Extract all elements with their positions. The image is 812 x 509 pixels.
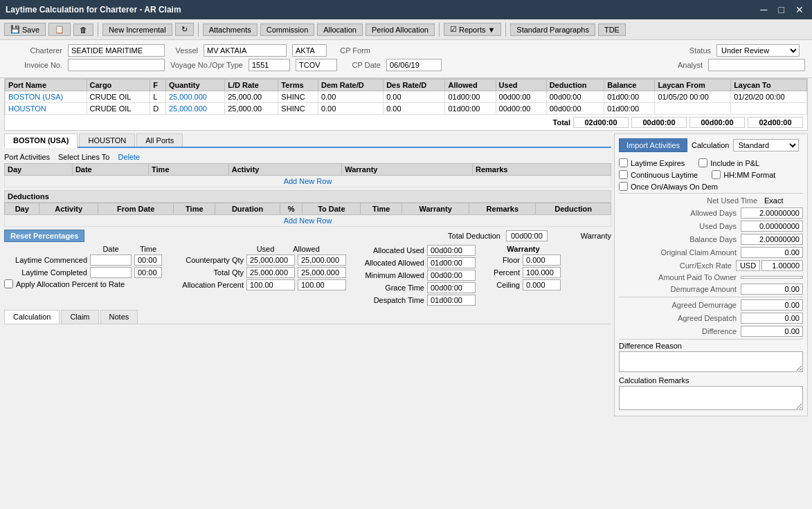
quantity-boston-link[interactable]: 25,000.000 bbox=[169, 93, 207, 101]
delete-label[interactable]: Delete bbox=[118, 153, 140, 161]
section-divider-3 bbox=[619, 339, 803, 340]
ded-col-activity: Activity bbox=[39, 203, 98, 215]
counterparty-qty-row: Counterparty Qty bbox=[168, 254, 346, 266]
reset-percentages-button[interactable]: Reset Percentages bbox=[4, 230, 84, 242]
invoice-no-input[interactable] bbox=[68, 59, 165, 71]
ceiling-input[interactable] bbox=[523, 279, 561, 290]
amount-paid-label: Amount Paid To Owner bbox=[619, 273, 741, 281]
calculation-remarks-input[interactable] bbox=[619, 386, 803, 410]
once-on-always-checkbox[interactable] bbox=[619, 182, 628, 191]
allocation-percent-allowed[interactable] bbox=[298, 279, 346, 290]
continuous-laytime-checkbox[interactable] bbox=[619, 170, 628, 179]
title-bar: Laytime Calculation for Charterer - AR C… bbox=[0, 0, 812, 19]
counterparty-qty-allowed[interactable] bbox=[298, 254, 346, 266]
laytime-completed-date[interactable] bbox=[90, 267, 132, 278]
hhmm-format-checkbox[interactable] bbox=[712, 170, 721, 179]
period-allocation-button[interactable]: Period Allocation bbox=[366, 24, 435, 36]
tab-boston[interactable]: BOSTON (USA) bbox=[4, 133, 78, 148]
port-boston-link[interactable]: BOSTON (USA) bbox=[8, 93, 63, 101]
copy-button[interactable]: 📋 bbox=[48, 23, 71, 36]
refresh-icon: ↻ bbox=[181, 25, 188, 34]
ded-col-remarks: Remarks bbox=[469, 203, 536, 215]
curr-exch-rate-inputs: USD 1.00000 bbox=[736, 260, 803, 271]
reports-button[interactable]: ☑ Reports ▼ bbox=[444, 23, 501, 36]
add-new-deduction-label[interactable]: Add New Row bbox=[5, 215, 611, 227]
counterparty-qty-used[interactable] bbox=[246, 254, 295, 266]
port-houston-link[interactable]: HOUSTON bbox=[8, 104, 46, 113]
voyage-no-input[interactable] bbox=[249, 59, 290, 71]
deductions-header: Deductions bbox=[4, 190, 611, 203]
agreed-despatch-value: 0.00 bbox=[741, 313, 803, 324]
col-dem-rate: Dem Rate/D bbox=[318, 80, 383, 91]
tab-houston[interactable]: HOUSTON bbox=[79, 133, 135, 147]
quantity-houston-link[interactable]: 25,000.000 bbox=[169, 104, 207, 113]
cp-date-input[interactable] bbox=[386, 59, 442, 71]
vessel-input[interactable] bbox=[204, 44, 287, 57]
allocated-used-input[interactable] bbox=[427, 245, 476, 256]
total-qty-allowed[interactable] bbox=[298, 267, 346, 278]
ceiling-label: Ceiling bbox=[482, 281, 520, 289]
charterer-input[interactable] bbox=[68, 44, 165, 57]
voyage-type-input[interactable] bbox=[296, 59, 337, 71]
allowed-col-label: Allowed bbox=[287, 245, 325, 253]
maximize-button[interactable]: □ bbox=[776, 4, 787, 15]
floor-input[interactable] bbox=[523, 254, 561, 266]
despatch-time-label: Despatch Time bbox=[352, 296, 424, 304]
allocation-button[interactable]: Allocation bbox=[317, 24, 363, 36]
save-button[interactable]: 💾 Save bbox=[4, 23, 46, 36]
table-row[interactable]: HOUSTON CRUDE OIL D 25,000.000 25,000.00… bbox=[6, 103, 807, 115]
allocation-percent-used[interactable] bbox=[246, 279, 295, 290]
add-new-row-label[interactable]: Add New Row bbox=[5, 176, 611, 187]
standard-paragraphs-button[interactable]: Standard Paragraphs bbox=[510, 24, 595, 36]
allowed-days-row: Allowed Days 2.00000000 bbox=[619, 207, 803, 219]
laytime-completed-time[interactable] bbox=[134, 267, 162, 278]
attachments-button[interactable]: Attachments bbox=[203, 24, 258, 36]
warranty-label: Warranty bbox=[581, 232, 611, 240]
despatch-time-input[interactable] bbox=[427, 295, 476, 306]
difference-reason-input[interactable] bbox=[619, 351, 803, 372]
refresh-button[interactable]: ↻ bbox=[175, 23, 194, 36]
total-qty-row: Total Qty bbox=[168, 267, 346, 278]
laytime-commenced-time[interactable] bbox=[134, 254, 162, 266]
tab-notes[interactable]: Notes bbox=[100, 310, 138, 324]
laytime-expires-checkbox[interactable] bbox=[619, 158, 628, 167]
col-cargo: Cargo bbox=[87, 80, 150, 91]
grace-time-input[interactable] bbox=[427, 282, 476, 293]
calculation-select[interactable]: Standard Non-Standard bbox=[733, 139, 799, 151]
status-select[interactable]: Under Review Approved Pending bbox=[716, 44, 800, 57]
total-qty-used[interactable] bbox=[246, 267, 295, 278]
add-new-row-deductions[interactable]: Add New Row bbox=[5, 215, 611, 227]
delete-button[interactable]: 🗑 bbox=[73, 24, 93, 36]
port-activities-header: Port Activities Select Lines To Delete bbox=[4, 151, 611, 163]
include-in-pl-row: Include in P&L bbox=[698, 158, 759, 167]
tde-button[interactable]: TDE bbox=[598, 24, 626, 36]
vessel-code-input[interactable] bbox=[292, 44, 327, 57]
table-row[interactable]: BOSTON (USA) CRUDE OIL L 25,000.000 25,0… bbox=[6, 91, 807, 103]
tab-calculation[interactable]: Calculation bbox=[4, 310, 60, 324]
analyst-input[interactable] bbox=[708, 59, 805, 71]
laytime-commenced-date[interactable] bbox=[90, 254, 132, 266]
tab-claim[interactable]: Claim bbox=[61, 310, 98, 324]
include-in-pl-checkbox[interactable] bbox=[698, 158, 707, 167]
chevron-down-icon: ▼ bbox=[487, 26, 495, 34]
percent-input[interactable] bbox=[523, 267, 561, 278]
section-divider-2 bbox=[619, 297, 803, 297]
minimize-button[interactable]: ─ bbox=[758, 4, 770, 15]
difference-value: 0.00 bbox=[741, 326, 803, 337]
new-incremental-button[interactable]: New Incremental bbox=[102, 24, 172, 36]
total-label: Total bbox=[553, 118, 570, 127]
balance-days-label: Balance Days bbox=[619, 235, 741, 243]
tab-all-ports[interactable]: All Ports bbox=[136, 133, 183, 147]
col-used: Used bbox=[496, 80, 546, 91]
apply-allocation-checkbox[interactable] bbox=[4, 279, 13, 288]
minimum-allowed-input[interactable] bbox=[427, 270, 476, 281]
close-button[interactable]: ✕ bbox=[793, 4, 806, 15]
allocated-allowed-input[interactable] bbox=[427, 257, 476, 268]
add-new-row-activities[interactable]: Add New Row bbox=[5, 176, 611, 187]
used-col-label: Used bbox=[246, 245, 285, 253]
checkbox-row-2: Continuous Laytime HH:MM Format bbox=[619, 168, 803, 179]
commission-button[interactable]: Commission bbox=[260, 24, 315, 36]
import-activities-button[interactable]: Import Activities bbox=[619, 138, 687, 152]
agreed-demurrage-value: 0.00 bbox=[741, 299, 803, 311]
total-allowed: 02d00:00 bbox=[573, 117, 629, 128]
